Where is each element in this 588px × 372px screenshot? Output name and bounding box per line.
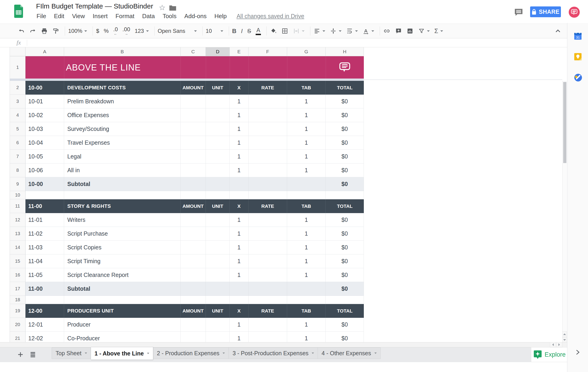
cell[interactable]: $0: [326, 108, 364, 122]
text-rotation-icon[interactable]: [362, 28, 374, 34]
cell[interactable]: 1: [230, 241, 249, 254]
cell[interactable]: [249, 136, 287, 150]
menu-format[interactable]: Format: [112, 12, 138, 20]
row-header-8[interactable]: 8: [10, 164, 25, 177]
cell[interactable]: [206, 164, 230, 177]
section-header-cell[interactable]: TOTAL: [326, 304, 364, 318]
cell[interactable]: [206, 331, 230, 342]
cell[interactable]: Script Purchase: [64, 227, 180, 241]
chevron-down-icon[interactable]: [85, 352, 87, 354]
cell[interactable]: [249, 108, 287, 122]
sheet-tab-4-other-expenses[interactable]: 4 - Other Expenses: [318, 347, 380, 359]
section-code-cell[interactable]: 11-00: [25, 199, 64, 213]
comment-history-icon[interactable]: [514, 8, 523, 17]
bold-button[interactable]: B: [232, 28, 237, 35]
column-header-E[interactable]: E: [230, 47, 249, 56]
cell[interactable]: Script Copies: [64, 241, 180, 254]
cell[interactable]: [206, 150, 230, 164]
cell[interactable]: [180, 150, 206, 164]
column-header-C[interactable]: C: [180, 47, 206, 56]
cell[interactable]: 12-02: [25, 331, 64, 342]
cell[interactable]: 10-03: [25, 122, 64, 136]
section-title-cell[interactable]: DEVELOPMENT COSTS: [64, 81, 180, 95]
cell[interactable]: [206, 122, 230, 136]
cell[interactable]: $0: [326, 95, 364, 108]
section-header-cell[interactable]: AMOUNT: [180, 304, 206, 318]
cell[interactable]: [180, 164, 206, 177]
cell[interactable]: 1: [230, 122, 249, 136]
italic-button[interactable]: I: [241, 28, 242, 35]
cell[interactable]: [206, 108, 230, 122]
sheet-tab-2-production-expenses[interactable]: 2 - Production Expenses: [153, 347, 229, 359]
section-header-cell[interactable]: X: [230, 304, 249, 318]
row-header-6[interactable]: 6: [10, 136, 25, 150]
row-header-12[interactable]: 12: [10, 213, 25, 227]
cell[interactable]: [326, 191, 364, 199]
section-header-cell[interactable]: X: [230, 81, 249, 95]
cell[interactable]: [206, 241, 230, 254]
strikethrough-button[interactable]: S: [247, 28, 251, 34]
horizontal-scrollbar[interactable]: [0, 342, 567, 347]
menu-tools[interactable]: Tools: [159, 12, 180, 20]
cell[interactable]: [206, 318, 230, 331]
cell[interactable]: $0: [326, 136, 364, 150]
cell[interactable]: [180, 268, 206, 282]
cell[interactable]: 1: [287, 164, 326, 177]
cell[interactable]: 11-01: [25, 213, 64, 227]
cell[interactable]: 1: [287, 108, 326, 122]
scroll-right-button[interactable]: [556, 342, 562, 347]
cell[interactable]: $0: [326, 164, 364, 177]
menu-insert[interactable]: Insert: [89, 12, 112, 20]
cell[interactable]: [64, 296, 180, 304]
google-sheets-logo-icon[interactable]: [13, 4, 24, 18]
cell[interactable]: [180, 122, 206, 136]
cell[interactable]: 1: [287, 95, 326, 108]
insert-comment-icon[interactable]: [395, 28, 402, 34]
section-header-cell[interactable]: UNIT: [206, 199, 230, 213]
cell[interactable]: 1: [230, 254, 249, 268]
sheet-tab-3-post-production-expenses[interactable]: 3 - Post-Production Expenses: [229, 347, 318, 359]
cell[interactable]: [180, 227, 206, 241]
section-header-cell[interactable]: TOTAL: [326, 199, 364, 213]
cell[interactable]: 10-04: [25, 136, 64, 150]
cell[interactable]: 11-03: [25, 241, 64, 254]
cell[interactable]: 1: [287, 213, 326, 227]
cell[interactable]: 1: [230, 227, 249, 241]
format-percent-button[interactable]: %: [104, 28, 109, 34]
cell[interactable]: $0: [326, 254, 364, 268]
text-color-button[interactable]: A: [256, 27, 261, 35]
format-currency-button[interactable]: $: [96, 28, 99, 34]
cell[interactable]: [206, 227, 230, 241]
cell[interactable]: 1: [287, 318, 326, 331]
cell[interactable]: 1: [230, 95, 249, 108]
select-all-corner[interactable]: [10, 47, 25, 56]
keep-icon[interactable]: [574, 52, 582, 61]
cell[interactable]: [230, 191, 249, 199]
cell[interactable]: [249, 296, 287, 304]
number-format-menu[interactable]: 123: [135, 28, 149, 34]
decrease-decimal-button[interactable]: .0←: [113, 27, 118, 35]
column-header-A[interactable]: A: [25, 47, 64, 56]
cell[interactable]: Survey/Scouting: [64, 122, 180, 136]
cell[interactable]: [25, 191, 64, 199]
section-header-cell[interactable]: TAB: [287, 199, 326, 213]
cell[interactable]: 1: [287, 254, 326, 268]
cell[interactable]: [180, 191, 206, 199]
redo-icon[interactable]: [29, 28, 36, 34]
section-header-cell[interactable]: AMOUNT: [180, 81, 206, 95]
row-header-19[interactable]: 19: [10, 304, 25, 318]
section-header-cell[interactable]: UNIT: [206, 81, 230, 95]
borders-icon[interactable]: [281, 28, 288, 34]
cell[interactable]: 1: [287, 122, 326, 136]
cell[interactable]: 11-00: [25, 282, 64, 296]
row-header-21[interactable]: 21: [10, 331, 25, 342]
cell[interactable]: [230, 296, 249, 304]
cell[interactable]: [249, 254, 287, 268]
cell[interactable]: [206, 95, 230, 108]
horizontal-align-icon[interactable]: [314, 28, 325, 34]
cell[interactable]: Office Expenses: [64, 108, 180, 122]
section-header-cell[interactable]: AMOUNT: [180, 199, 206, 213]
section-header-cell[interactable]: RATE: [249, 304, 287, 318]
row-header-10[interactable]: 10: [10, 191, 25, 199]
cell[interactable]: [206, 254, 230, 268]
